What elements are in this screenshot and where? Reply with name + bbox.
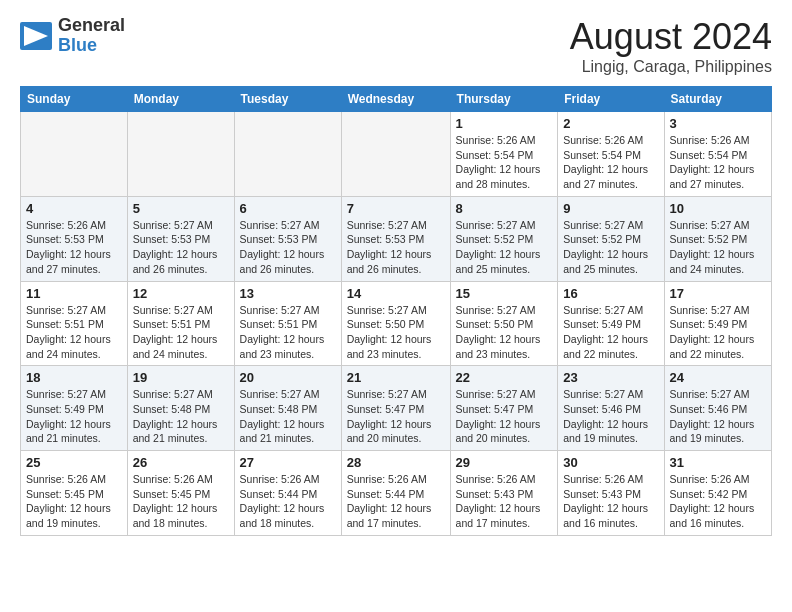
calendar-cell: 2Sunrise: 5:26 AMSunset: 5:54 PMDaylight… (558, 112, 664, 197)
calendar-cell: 15Sunrise: 5:27 AMSunset: 5:50 PMDayligh… (450, 281, 558, 366)
calendar-cell: 25Sunrise: 5:26 AMSunset: 5:45 PMDayligh… (21, 451, 128, 536)
day-number: 5 (133, 201, 229, 216)
logo-blue: Blue (58, 36, 125, 56)
day-info: Sunrise: 5:26 AMSunset: 5:43 PMDaylight:… (456, 472, 553, 531)
calendar-cell: 9Sunrise: 5:27 AMSunset: 5:52 PMDaylight… (558, 196, 664, 281)
calendar-cell: 4Sunrise: 5:26 AMSunset: 5:53 PMDaylight… (21, 196, 128, 281)
day-info: Sunrise: 5:26 AMSunset: 5:53 PMDaylight:… (26, 218, 122, 277)
calendar-cell: 12Sunrise: 5:27 AMSunset: 5:51 PMDayligh… (127, 281, 234, 366)
day-number: 31 (670, 455, 766, 470)
week-row-3: 11Sunrise: 5:27 AMSunset: 5:51 PMDayligh… (21, 281, 772, 366)
day-number: 3 (670, 116, 766, 131)
day-number: 22 (456, 370, 553, 385)
day-info: Sunrise: 5:27 AMSunset: 5:51 PMDaylight:… (26, 303, 122, 362)
day-number: 8 (456, 201, 553, 216)
weekday-header-wednesday: Wednesday (341, 87, 450, 112)
day-info: Sunrise: 5:27 AMSunset: 5:52 PMDaylight:… (456, 218, 553, 277)
day-number: 23 (563, 370, 658, 385)
calendar-cell (341, 112, 450, 197)
day-number: 24 (670, 370, 766, 385)
day-info: Sunrise: 5:26 AMSunset: 5:45 PMDaylight:… (133, 472, 229, 531)
calendar-cell: 3Sunrise: 5:26 AMSunset: 5:54 PMDaylight… (664, 112, 771, 197)
day-number: 11 (26, 286, 122, 301)
day-number: 28 (347, 455, 445, 470)
day-info: Sunrise: 5:27 AMSunset: 5:52 PMDaylight:… (563, 218, 658, 277)
calendar-cell: 16Sunrise: 5:27 AMSunset: 5:49 PMDayligh… (558, 281, 664, 366)
day-number: 30 (563, 455, 658, 470)
day-number: 17 (670, 286, 766, 301)
logo: General Blue (20, 16, 125, 56)
weekday-header-row: SundayMondayTuesdayWednesdayThursdayFrid… (21, 87, 772, 112)
day-info: Sunrise: 5:27 AMSunset: 5:51 PMDaylight:… (240, 303, 336, 362)
day-number: 9 (563, 201, 658, 216)
day-info: Sunrise: 5:27 AMSunset: 5:52 PMDaylight:… (670, 218, 766, 277)
week-row-5: 25Sunrise: 5:26 AMSunset: 5:45 PMDayligh… (21, 451, 772, 536)
calendar-cell: 23Sunrise: 5:27 AMSunset: 5:46 PMDayligh… (558, 366, 664, 451)
day-info: Sunrise: 5:27 AMSunset: 5:48 PMDaylight:… (240, 387, 336, 446)
calendar-cell: 17Sunrise: 5:27 AMSunset: 5:49 PMDayligh… (664, 281, 771, 366)
weekday-header-thursday: Thursday (450, 87, 558, 112)
calendar-cell: 20Sunrise: 5:27 AMSunset: 5:48 PMDayligh… (234, 366, 341, 451)
calendar-cell: 13Sunrise: 5:27 AMSunset: 5:51 PMDayligh… (234, 281, 341, 366)
day-info: Sunrise: 5:27 AMSunset: 5:49 PMDaylight:… (26, 387, 122, 446)
day-number: 27 (240, 455, 336, 470)
day-number: 26 (133, 455, 229, 470)
logo-general: General (58, 16, 125, 36)
page-header: General Blue August 2024 Lingig, Caraga,… (20, 16, 772, 76)
day-info: Sunrise: 5:26 AMSunset: 5:45 PMDaylight:… (26, 472, 122, 531)
weekday-header-saturday: Saturday (664, 87, 771, 112)
day-info: Sunrise: 5:27 AMSunset: 5:46 PMDaylight:… (670, 387, 766, 446)
day-number: 4 (26, 201, 122, 216)
location-title: Lingig, Caraga, Philippines (570, 58, 772, 76)
weekday-header-friday: Friday (558, 87, 664, 112)
weekday-header-monday: Monday (127, 87, 234, 112)
calendar-cell: 10Sunrise: 5:27 AMSunset: 5:52 PMDayligh… (664, 196, 771, 281)
day-number: 1 (456, 116, 553, 131)
day-info: Sunrise: 5:27 AMSunset: 5:48 PMDaylight:… (133, 387, 229, 446)
calendar-cell: 5Sunrise: 5:27 AMSunset: 5:53 PMDaylight… (127, 196, 234, 281)
day-number: 19 (133, 370, 229, 385)
day-number: 7 (347, 201, 445, 216)
calendar-cell: 29Sunrise: 5:26 AMSunset: 5:43 PMDayligh… (450, 451, 558, 536)
day-number: 6 (240, 201, 336, 216)
day-number: 29 (456, 455, 553, 470)
day-number: 20 (240, 370, 336, 385)
day-number: 12 (133, 286, 229, 301)
day-number: 14 (347, 286, 445, 301)
day-number: 2 (563, 116, 658, 131)
day-info: Sunrise: 5:27 AMSunset: 5:46 PMDaylight:… (563, 387, 658, 446)
calendar-cell: 6Sunrise: 5:27 AMSunset: 5:53 PMDaylight… (234, 196, 341, 281)
day-info: Sunrise: 5:26 AMSunset: 5:42 PMDaylight:… (670, 472, 766, 531)
weekday-header-tuesday: Tuesday (234, 87, 341, 112)
week-row-4: 18Sunrise: 5:27 AMSunset: 5:49 PMDayligh… (21, 366, 772, 451)
day-info: Sunrise: 5:26 AMSunset: 5:54 PMDaylight:… (670, 133, 766, 192)
calendar-cell: 21Sunrise: 5:27 AMSunset: 5:47 PMDayligh… (341, 366, 450, 451)
day-number: 13 (240, 286, 336, 301)
day-info: Sunrise: 5:26 AMSunset: 5:54 PMDaylight:… (456, 133, 553, 192)
calendar-cell: 24Sunrise: 5:27 AMSunset: 5:46 PMDayligh… (664, 366, 771, 451)
month-title: August 2024 (570, 16, 772, 58)
calendar-cell: 11Sunrise: 5:27 AMSunset: 5:51 PMDayligh… (21, 281, 128, 366)
calendar-cell: 22Sunrise: 5:27 AMSunset: 5:47 PMDayligh… (450, 366, 558, 451)
day-info: Sunrise: 5:27 AMSunset: 5:53 PMDaylight:… (240, 218, 336, 277)
day-number: 10 (670, 201, 766, 216)
weekday-header-sunday: Sunday (21, 87, 128, 112)
calendar-cell: 1Sunrise: 5:26 AMSunset: 5:54 PMDaylight… (450, 112, 558, 197)
calendar-cell: 30Sunrise: 5:26 AMSunset: 5:43 PMDayligh… (558, 451, 664, 536)
day-info: Sunrise: 5:27 AMSunset: 5:50 PMDaylight:… (347, 303, 445, 362)
calendar-cell: 31Sunrise: 5:26 AMSunset: 5:42 PMDayligh… (664, 451, 771, 536)
day-info: Sunrise: 5:27 AMSunset: 5:51 PMDaylight:… (133, 303, 229, 362)
calendar-cell: 8Sunrise: 5:27 AMSunset: 5:52 PMDaylight… (450, 196, 558, 281)
day-info: Sunrise: 5:27 AMSunset: 5:49 PMDaylight:… (670, 303, 766, 362)
day-info: Sunrise: 5:26 AMSunset: 5:44 PMDaylight:… (347, 472, 445, 531)
calendar-cell: 19Sunrise: 5:27 AMSunset: 5:48 PMDayligh… (127, 366, 234, 451)
calendar-cell (127, 112, 234, 197)
week-row-1: 1Sunrise: 5:26 AMSunset: 5:54 PMDaylight… (21, 112, 772, 197)
day-number: 18 (26, 370, 122, 385)
day-info: Sunrise: 5:27 AMSunset: 5:53 PMDaylight:… (347, 218, 445, 277)
day-number: 16 (563, 286, 658, 301)
title-section: August 2024 Lingig, Caraga, Philippines (570, 16, 772, 76)
logo-icon (20, 22, 52, 50)
day-info: Sunrise: 5:26 AMSunset: 5:43 PMDaylight:… (563, 472, 658, 531)
calendar-cell: 27Sunrise: 5:26 AMSunset: 5:44 PMDayligh… (234, 451, 341, 536)
